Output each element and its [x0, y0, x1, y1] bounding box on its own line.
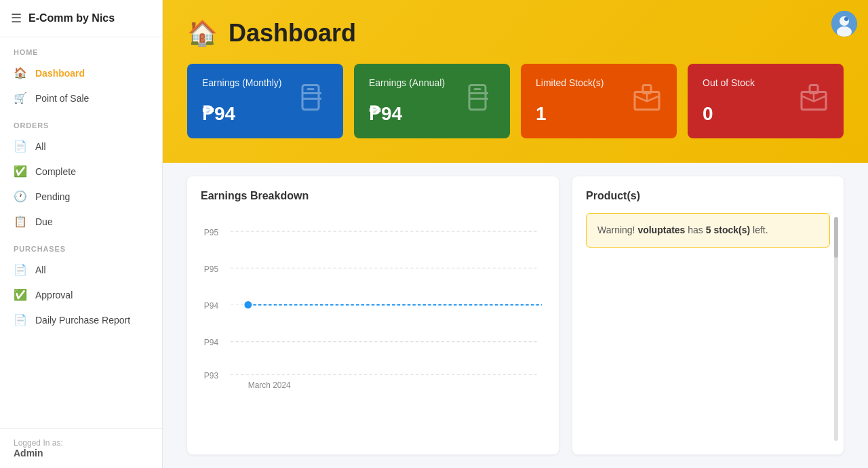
- sidebar-header: ☰ E-Comm by Nics: [0, 0, 162, 37]
- hero-title-row: 🏠 Dashboard: [187, 19, 844, 47]
- box-icon-orange: [629, 80, 665, 123]
- avatar-image: [831, 11, 857, 37]
- page-title: Dashboard: [229, 19, 356, 47]
- svg-text:P94: P94: [204, 301, 219, 311]
- sidebar-footer: Logged In as: Admin: [0, 428, 162, 468]
- orders-section-label: ORDERS: [0, 111, 162, 134]
- avatar[interactable]: [831, 11, 857, 37]
- earnings-chart-svg: P95 P95 P94 P94 P93 March 202: [201, 213, 545, 389]
- purchases-section-label: PURCHASES: [0, 234, 162, 257]
- sidebar-item-label-pending: Pending: [35, 191, 70, 202]
- stat-card-earnings-monthly: Earnings (Monthly) ₱94: [187, 64, 343, 138]
- box-icon-red: [796, 80, 831, 123]
- stat-card-limited-stock: Limited Stock(s) 1: [521, 64, 677, 138]
- home-icon: 🏠: [14, 66, 27, 79]
- document-icon: 📄: [14, 140, 27, 153]
- sidebar-item-pending[interactable]: 🕐 Pending: [0, 184, 162, 209]
- stat-card-earnings-annual: Earnings (Annual) ₱94: [354, 64, 510, 138]
- warning-text-after: left.: [750, 225, 768, 235]
- svg-text:P94: P94: [204, 338, 219, 347]
- products-scrollbar-thumb: [834, 217, 838, 258]
- home-section-label: HOME: [0, 37, 162, 60]
- sidebar: ☰ E-Comm by Nics HOME 🏠 Dashboard 🛒 Poin…: [0, 0, 163, 468]
- clock-icon: 🕐: [14, 190, 27, 203]
- sidebar-item-all-orders[interactable]: 📄 All: [0, 134, 162, 159]
- products-title: Product(s): [586, 190, 830, 202]
- peso-icon-monthly: [296, 80, 331, 123]
- svg-text:P95: P95: [204, 228, 219, 237]
- warning-product-name: voluptates: [637, 225, 685, 235]
- menu-icon[interactable]: ☰: [11, 11, 22, 26]
- sidebar-item-all-purchases[interactable]: 📄 All: [0, 257, 162, 282]
- svg-text:P95: P95: [204, 265, 219, 274]
- hero-bar: 🏠 Dashboard Earnings (Monthly) ₱94 Ear: [163, 0, 868, 163]
- sidebar-item-dashboard[interactable]: 🏠 Dashboard: [0, 60, 162, 85]
- svg-point-28: [244, 301, 252, 309]
- sidebar-item-label-pos: Point of Sale: [35, 93, 89, 104]
- warning-text-before: Warning!: [597, 225, 637, 235]
- stat-card-out-of-stock: Out of Stock 0: [688, 64, 844, 138]
- logged-in-label: Logged In as:: [14, 438, 149, 448]
- stat-cards: Earnings (Monthly) ₱94 Earnings (Annual): [187, 64, 844, 138]
- cart-icon: 🛒: [14, 92, 27, 104]
- svg-point-3: [844, 17, 848, 21]
- sidebar-item-label-complete: Complete: [35, 166, 76, 177]
- report-icon: 📄: [14, 313, 27, 326]
- earnings-breakdown-title: Earnings Breakdown: [201, 190, 545, 202]
- sidebar-item-complete[interactable]: ✅ Complete: [0, 159, 162, 184]
- warning-box: Warning! voluptates has 5 stock(s) left.: [586, 213, 830, 248]
- app-title: E-Comm by Nics: [28, 12, 115, 24]
- sidebar-item-due[interactable]: 📋 Due: [0, 209, 162, 234]
- earnings-chart: P95 P95 P94 P94 P93 March 202: [201, 213, 545, 389]
- clipboard-icon: 📋: [14, 215, 27, 228]
- sidebar-item-label-due: Due: [35, 216, 53, 227]
- dashboard-house-icon: 🏠: [187, 19, 218, 47]
- sidebar-item-point-of-sale[interactable]: 🛒 Point of Sale: [0, 85, 162, 111]
- products-card: Product(s) Warning! voluptates has 5 sto…: [572, 176, 844, 454]
- svg-text:P93: P93: [204, 371, 219, 381]
- svg-text:March 2024: March 2024: [248, 381, 291, 389]
- sidebar-item-label-all-purchases: All: [35, 265, 46, 275]
- main-content: 🏠 Dashboard Earnings (Monthly) ₱94 Ear: [163, 0, 868, 468]
- peso-icon-annual: [462, 80, 498, 123]
- sidebar-item-label-approval: Approval: [35, 290, 73, 300]
- sidebar-item-label-daily-report: Daily Purchase Report: [35, 315, 130, 326]
- sidebar-item-daily-purchase-report[interactable]: 📄 Daily Purchase Report: [0, 307, 162, 332]
- approval-icon: ✅: [14, 288, 27, 301]
- document-icon-2: 📄: [14, 263, 27, 276]
- products-scrollbar[interactable]: [834, 217, 838, 441]
- earnings-breakdown-card: Earnings Breakdown P95 P95 P94 P94 P93: [187, 176, 559, 454]
- sidebar-item-approval[interactable]: ✅ Approval: [0, 282, 162, 307]
- warning-stock-count: 5 stock(s): [706, 225, 750, 235]
- warning-text-middle: has: [685, 225, 705, 235]
- sidebar-item-label-dashboard: Dashboard: [35, 68, 85, 79]
- lower-section: Earnings Breakdown P95 P95 P94 P94 P93: [163, 163, 868, 468]
- admin-name: Admin: [14, 448, 149, 459]
- check-circle-icon: ✅: [14, 165, 27, 178]
- sidebar-item-label-all: All: [35, 141, 46, 152]
